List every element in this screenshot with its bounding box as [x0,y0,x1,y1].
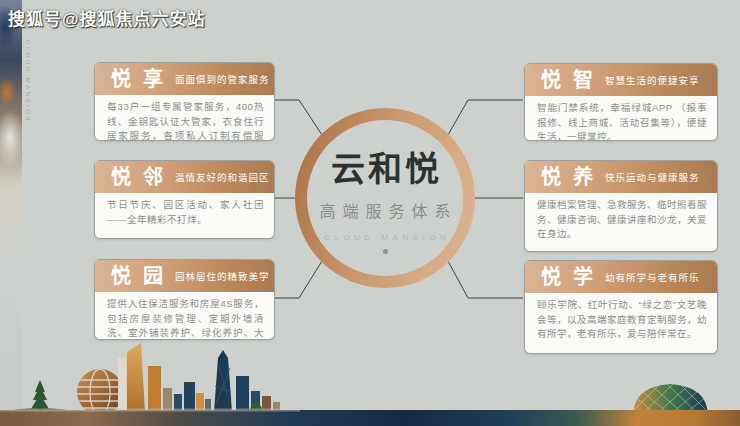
center-circle-content: 云和悦 高端服务体系 CLOUD MANSION [307,120,463,276]
panel-tagline: 智慧生活的便捷安享 [605,73,700,87]
panel-description: 智能门禁系统，幸福绿城APP （报事报修、线上商城、活动召集等），便捷生活，一键… [525,96,717,141]
brand-english-label: CLOUD MANSION [320,233,451,242]
panel-title: 悦园 [111,266,175,286]
panel-description: 健康档案管理、急救服务、临时照看服务、健康咨询、健康讲座和沙龙，关爱在身边。 [525,193,717,242]
brand-subtitle: 高端服务体系 [312,198,457,222]
sohu-watermark: 搜狐号@搜狐焦点六安站 [8,5,206,30]
city-skyline-illustration [0,336,740,426]
panel-yue-xiang: 悦享 面面俱到的管家服务 每33户一组专属管家服务，400热线、金钥匙认证大管家… [94,62,275,141]
skyscraper-cluster [118,343,211,412]
panel-title: 悦智 [541,70,605,90]
panel-title: 悦学 [541,267,605,287]
panel-title: 悦享 [111,69,175,89]
panel-description: 节日节庆、园区活动、家人社团——全年精彩不打烊。 [95,193,274,227]
panel-yue-yang: 悦养 快乐运动与健康服务 健康档案管理、急救服务、临时照看服务、健康咨询、健康讲… [524,160,718,252]
strip-vertical-caption: CLOUD MANSION [25,40,31,123]
panel-title: 悦养 [541,167,605,187]
waterfront-strip [0,410,740,426]
panel-yue-lin: 悦邻 温情友好的和谐园区 节日节庆、园区活动、家人社团——全年精彩不打烊。 [94,160,275,239]
panel-yue-yuan: 悦园 园林居住的精致美学 提供入住保洁服务和房屋4S服务，包括房屋装修管理、定期… [94,259,275,340]
panel-description: 颐乐学院、红叶行动、“绿之恋”文艺晚会等，以及高端家庭教育定制服务，幼有所学，老… [525,293,717,342]
panel-yue-zhi: 悦智 智慧生活的便捷安享 智能门禁系统，幸福绿城APP （报事报修、线上商城、活… [524,63,718,141]
twisted-tower-icon [214,350,232,412]
panel-tagline: 园林居住的精致美学 [175,269,270,283]
panel-header: 悦邻 温情友好的和谐园区 [95,161,274,193]
panel-header: 悦园 园林居住的精致美学 [95,260,274,292]
infographic-canvas: CLOUD MANSION 搜狐号@搜狐焦点六安站 云和悦 高端服务体系 CLO… [0,0,740,426]
panel-header: 悦享 面面俱到的管家服务 [95,63,274,95]
dot-ornament [383,249,388,254]
panel-tagline: 面面俱到的管家服务 [175,72,270,86]
panel-header: 悦智 智慧生活的便捷安享 [525,64,717,96]
panel-title: 悦邻 [111,167,175,187]
center-circle: 云和悦 高端服务体系 CLOUD MANSION [295,108,475,288]
panel-header: 悦学 幼有所学与老有所乐 [525,261,717,293]
panel-header: 悦养 快乐运动与健康服务 [525,161,717,193]
panel-tagline: 温情友好的和谐园区 [175,170,270,184]
panel-description: 每33户一组专属管家服务，400热线、金钥匙认证大管家，衣食住行居家服务，各项私… [95,95,274,141]
panel-tagline: 幼有所学与老有所乐 [605,270,700,284]
panel-description: 提供入住保洁服务和房屋4S服务，包括房屋装修管理、定期外墙清洗、室外铺装养护、绿… [95,292,274,340]
right-building-cluster [236,376,280,412]
brand-title: 云和悦 [328,142,442,191]
tree-icon [31,380,49,409]
panel-tagline: 快乐运动与健康服务 [605,170,700,184]
